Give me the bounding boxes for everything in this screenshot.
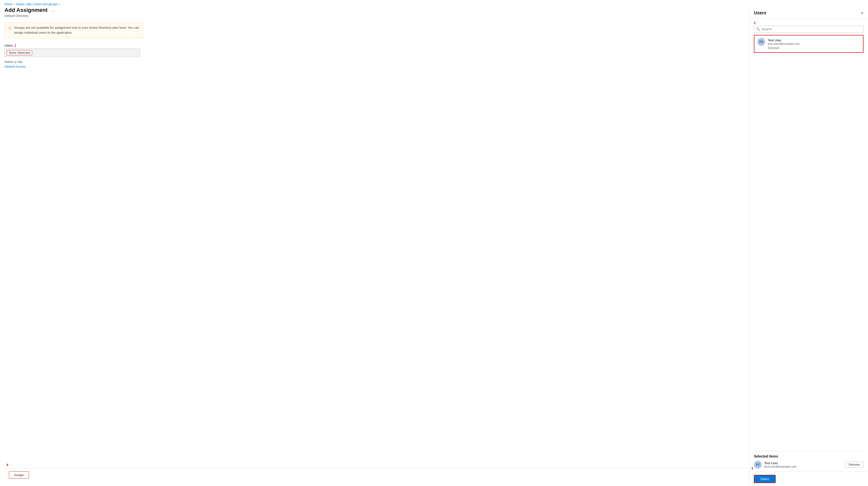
left-panel: Add Assignment ... Default Directory ⚠ G… [0,7,749,486]
selected-items-section: Selected items PZ Test User test-user@ex… [754,451,864,469]
selected-user-row: PZ Test User test-user@example.com Remov… [754,461,864,469]
select-role-label: Select a role [4,60,745,64]
selected-user-info: Test User test-user@example.com [764,461,842,468]
user-card-selected-label: Selected [757,46,860,50]
breadcrumb: Home > Sauce Labs | Users and groups > [0,0,868,7]
step-2-label: 2 [754,21,864,25]
search-row[interactable]: 🔍 [754,26,864,32]
breadcrumb-home[interactable]: Home [4,2,12,6]
close-button[interactable]: × [861,11,864,16]
more-options-button[interactable]: ... [50,7,56,13]
breadcrumb-sep1: > [13,3,15,6]
selected-items-title: Selected items [754,454,864,458]
warning-box: ⚠ Groups are not available for assignmen… [4,22,143,38]
right-panel: Users × 2 🔍 PZ Test User test-user@examp… [749,7,868,486]
page-subtitle: Default Directory [4,14,745,18]
remove-button[interactable]: Remove [845,462,864,468]
user-card-row: PZ Test User test-user@example.com [757,38,860,46]
default-access-link[interactable]: Default Access [4,65,745,68]
warning-icon: ⚠ [8,26,12,35]
assign-step-num: 4 [6,463,8,467]
users-label-text: Users [4,43,13,47]
user-card-name: Test User [768,38,800,42]
assign-button[interactable]: Assign [9,472,29,479]
right-panel-title: Users [754,10,766,16]
search-input[interactable] [762,27,861,31]
none-selected-tag: None Selected [7,50,32,55]
user-card-info: Test User test-user@example.com [768,38,800,45]
step-3-label: 3 [751,466,753,470]
user-card[interactable]: PZ Test User test-user@example.com Selec… [754,35,864,53]
bottom-bar-left: 4 Assign [4,468,745,482]
selected-user-email: test-user@example.com [764,465,842,468]
select-button[interactable]: Select [754,475,776,483]
search-icon: 🔍 [756,27,760,31]
breadcrumb-parent[interactable]: Sauce Labs | Users and groups [16,2,57,6]
right-panel-header: Users × [749,7,868,18]
warning-text: Groups are not available for assignment … [14,25,140,35]
right-panel-body: 2 🔍 PZ Test User test-user@example.com S… [749,18,868,472]
selected-user-name: Test User [764,461,842,465]
users-input-row[interactable]: None Selected [4,48,140,57]
user-card-avatar: PZ [757,38,765,46]
users-section-label: Users 1 [4,43,745,47]
selected-user-avatar: PZ [754,461,762,469]
breadcrumb-sep2: > [58,3,60,6]
page-title-row: Add Assignment ... [4,7,745,13]
page-title: Add Assignment [4,7,48,13]
bottom-bar-right: 3 Select [749,472,868,486]
user-card-email: test-user@example.com [768,42,800,45]
users-step-badge: 1 [14,43,16,47]
